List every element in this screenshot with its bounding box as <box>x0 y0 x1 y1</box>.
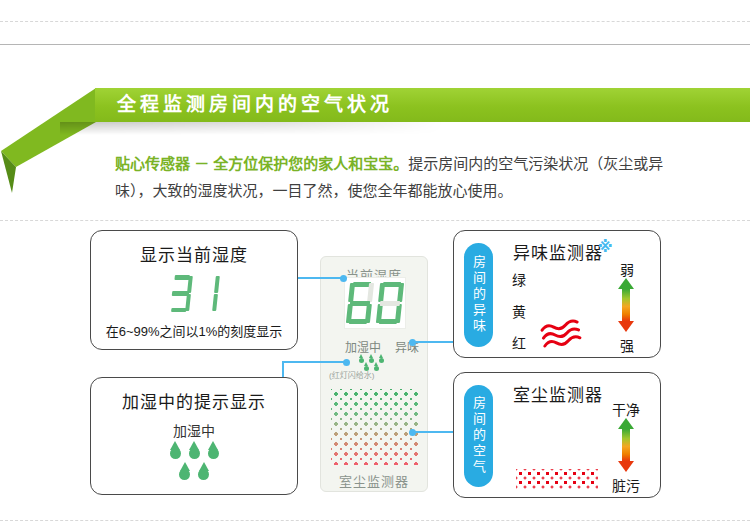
connector-dot <box>340 275 347 282</box>
dust-box-title: 室尘监测器 <box>496 381 620 406</box>
panel-humidity-display <box>344 277 406 329</box>
humidity-box-title: 显示当前湿度 <box>91 241 297 266</box>
water-drop-icon <box>170 448 181 459</box>
dust-dots-icon <box>516 469 598 489</box>
section-banner: 全程监测房间内的空气状况 <box>95 88 750 122</box>
connector-dust <box>412 431 453 433</box>
intensity-arrow-icon <box>618 418 634 472</box>
panel-dust-label: 室尘监测器 <box>321 471 427 490</box>
panel-refill-note: (红灯闪给水) <box>329 369 374 380</box>
middle-dashed-divider <box>0 220 750 221</box>
arrow-head-up <box>618 278 634 289</box>
arrow-head-up <box>618 418 634 429</box>
odor-level-yellow: 黄 <box>512 301 526 321</box>
odor-scale-weak: 弱 <box>620 259 634 279</box>
arrow-head-down <box>618 461 634 472</box>
arrow-head-down <box>618 321 634 332</box>
connector-humidity <box>298 277 343 279</box>
panel-value-sevenseg <box>345 282 405 324</box>
bottom-dashed-divider <box>0 520 750 521</box>
odor-side-label: 房间的异味 <box>464 243 493 347</box>
odor-level-green: 绿 <box>512 269 526 289</box>
intro-highlight: 贴心传感器 － 全方位保护您的家人和宝宝。 <box>115 155 408 172</box>
connector-dot <box>409 339 416 346</box>
humidifying-box-title: 加湿中的提示显示 <box>91 388 297 413</box>
humidity-box-note: 在6~99%之间以1%的刻度显示 <box>91 321 297 340</box>
intensity-arrow-icon <box>618 278 634 332</box>
section-banner-title: 全程监测房间内的空气状况 <box>117 94 393 115</box>
water-drop-icon <box>208 448 219 459</box>
banner-shadow <box>60 122 460 135</box>
device-display-panel: 当前湿度 加湿中 异味 (红灯闪给水) 室尘监测器 <box>320 256 428 492</box>
connector-humidify <box>282 361 346 363</box>
odor-monitor-box: 房间的异味 异味监测器 ※ 绿 黄 红 弱 强 <box>453 230 661 358</box>
connector-dot <box>343 359 350 366</box>
ribbon-fold-icon <box>0 85 110 200</box>
dust-scale-dirty: 脏污 <box>612 475 640 495</box>
top-solid-divider <box>0 44 750 45</box>
humidity-display-box: 显示当前湿度 在6~99%之间以1%的刻度显示 <box>90 230 298 350</box>
top-dashed-divider <box>0 21 750 22</box>
panel-humidifying-label: 加湿中 <box>345 338 381 355</box>
connector-dot <box>409 429 416 436</box>
humidifying-label: 加湿中 <box>91 420 297 440</box>
connector-humidify-vertical <box>282 361 284 377</box>
product-info-page: 全程监测房间内的空气状况 贴心传感器 － 全方位保护您的家人和宝宝。提示房间内的… <box>0 0 750 527</box>
arrow-shaft <box>622 289 630 321</box>
dust-sensor-pattern-icon <box>331 389 419 465</box>
connector-odor <box>412 341 453 343</box>
dust-side-label: 房间的空气 <box>464 385 493 487</box>
water-drops-icon <box>91 448 297 459</box>
panel-drops-icon <box>343 358 399 363</box>
dust-scale-clean: 干净 <box>612 399 640 419</box>
water-drop-icon <box>189 448 200 459</box>
odor-level-red: 红 <box>512 332 526 352</box>
intro-paragraph: 贴心传感器 － 全方位保护您的家人和宝宝。提示房间内的空气污染状况（灰尘或异味）… <box>115 150 667 204</box>
water-drop-icon <box>379 358 384 363</box>
humidifying-indicator-box: 加湿中的提示显示 加湿中 <box>90 377 298 495</box>
odor-scale-strong: 强 <box>620 335 634 355</box>
water-drop-icon <box>359 358 364 363</box>
water-drop-icon <box>198 469 209 480</box>
odor-waves-icon <box>538 316 585 353</box>
humidity-value-sevenseg <box>91 273 297 313</box>
arrow-shaft <box>622 429 630 461</box>
water-drop-icon <box>179 469 190 480</box>
footnote-mark: ※ <box>598 238 613 256</box>
water-drop-icon <box>369 358 374 363</box>
water-drops-icon-row2 <box>91 469 297 480</box>
dust-monitor-box: 房间的空气 室尘监测器 干净 脏污 <box>453 372 661 498</box>
